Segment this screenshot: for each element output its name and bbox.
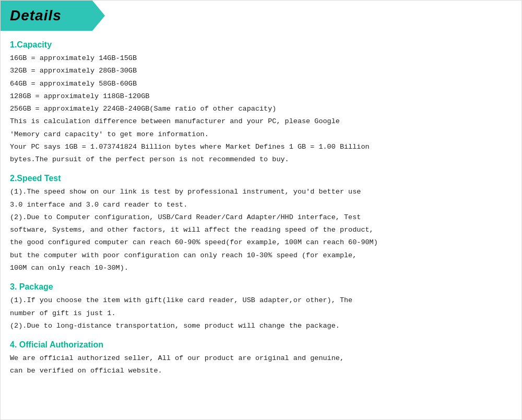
details-banner: Details <box>1 1 121 31</box>
content-line: 100M can only reach 10-30M). <box>10 262 512 274</box>
content-line: (1).If you choose the item with gift(lik… <box>10 295 512 306</box>
content-line: Your PC says 1GB = 1.073741824 Billion b… <box>10 141 512 153</box>
section-official-authorization: 4. Official AuthorizationWe are official… <box>10 340 512 377</box>
section-capacity: 1.Capacity16GB = approximately 14GB-15GB… <box>10 40 512 165</box>
section-content-capacity: 16GB = approximately 14GB-15GB32GB = app… <box>10 53 512 165</box>
content-line: 3.0 interface and 3.0 card reader to tes… <box>10 199 512 211</box>
content-line: (2).Due to long-distance transportation,… <box>10 320 512 332</box>
content-line: 256GB = approximately 224GB-240GB(Same r… <box>10 103 512 115</box>
section-content-package: (1).If you choose the item with gift(lik… <box>10 295 512 332</box>
section-content-speed-test: (1).The speed show on our link is test b… <box>10 186 512 274</box>
content-line: This is calculation difference between m… <box>10 116 512 127</box>
content-line: 64GB = approximately 58GB-60GB <box>10 78 512 90</box>
page-wrapper: Details 1.Capacity16GB = approximately 1… <box>0 0 522 420</box>
section-heading-official-authorization: 4. Official Authorization <box>10 340 512 350</box>
content-line: software, Systems, and other factors, it… <box>10 224 512 236</box>
section-heading-capacity: 1.Capacity <box>10 40 512 50</box>
content-line: (2).Due to Computer configuration, USB/C… <box>10 212 512 223</box>
content-line: 32GB = approximately 28GB-30GB <box>10 65 512 77</box>
content-line: (1).The speed show on our link is test b… <box>10 186 512 198</box>
sections-container: 1.Capacity16GB = approximately 14GB-15GB… <box>10 40 512 377</box>
section-heading-package: 3. Package <box>10 282 512 292</box>
content-line: but the computer with poor configuration… <box>10 250 512 261</box>
content-line: bytes.The pursuit of the perfect person … <box>10 154 512 165</box>
content-line: 16GB = approximately 14GB-15GB <box>10 53 512 64</box>
content-line: 128GB = approximately 118GB-120GB <box>10 91 512 102</box>
section-package: 3. Package(1).If you choose the item wit… <box>10 282 512 332</box>
details-banner-title: Details <box>10 7 62 24</box>
content-line: can be verified on official website. <box>10 365 512 377</box>
section-heading-speed-test: 2.Speed Test <box>10 174 512 183</box>
section-content-official-authorization: We are official authorized seller, All o… <box>10 353 512 377</box>
section-speed-test: 2.Speed Test(1).The speed show on our li… <box>10 174 512 274</box>
content-line: We are official authorized seller, All o… <box>10 353 512 364</box>
content-line: 'Memory card capacity' to get more infor… <box>10 129 512 140</box>
content-line: the good configured computer can reach 6… <box>10 237 512 248</box>
content-line: number of gift is just 1. <box>10 308 512 319</box>
details-banner-bg: Details <box>1 1 105 31</box>
